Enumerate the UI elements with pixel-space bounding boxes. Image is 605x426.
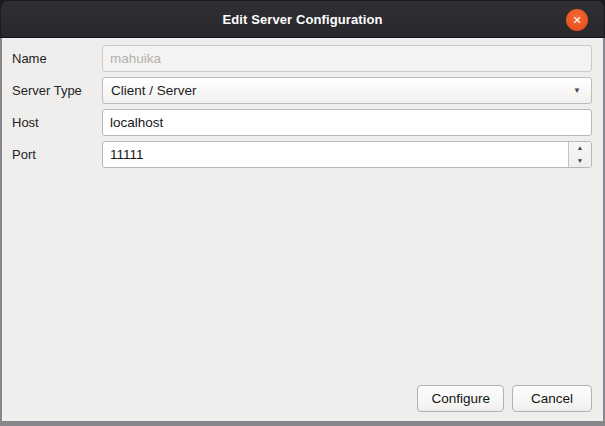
server-type-label: Server Type	[12, 83, 102, 98]
name-field[interactable]	[102, 45, 592, 72]
server-type-value: Client / Server	[111, 83, 573, 98]
name-label: Name	[12, 51, 102, 66]
chevron-down-icon: ▼	[573, 86, 583, 95]
port-spin-buttons: ▲ ▼	[568, 142, 591, 167]
host-label: Host	[12, 115, 102, 130]
titlebar[interactable]: Edit Server Configuration ✕	[0, 0, 605, 38]
port-field[interactable]	[103, 142, 568, 167]
spinner-down-button[interactable]: ▼	[569, 155, 591, 168]
close-icon: ✕	[572, 14, 581, 25]
server-type-select[interactable]: Client / Server ▼	[102, 77, 592, 104]
dialog-button-row: Configure Cancel	[417, 385, 592, 412]
cancel-button[interactable]: Cancel	[512, 385, 592, 412]
edit-server-configuration-dialog: Edit Server Configuration ✕ Name Server …	[0, 0, 605, 426]
configure-button[interactable]: Configure	[417, 385, 504, 412]
port-label: Port	[12, 147, 102, 162]
dialog-content: Name Server Type Client / Server ▼ Host …	[0, 38, 605, 426]
chevron-down-icon: ▼	[577, 158, 583, 165]
chevron-up-icon: ▲	[577, 145, 583, 152]
host-field[interactable]	[102, 109, 592, 136]
port-stepper: ▲ ▼	[102, 141, 592, 168]
window-title: Edit Server Configuration	[223, 12, 383, 27]
close-button[interactable]: ✕	[566, 9, 588, 31]
server-config-form: Name Server Type Client / Server ▼ Host …	[12, 45, 592, 168]
spinner-up-button[interactable]: ▲	[569, 142, 591, 155]
